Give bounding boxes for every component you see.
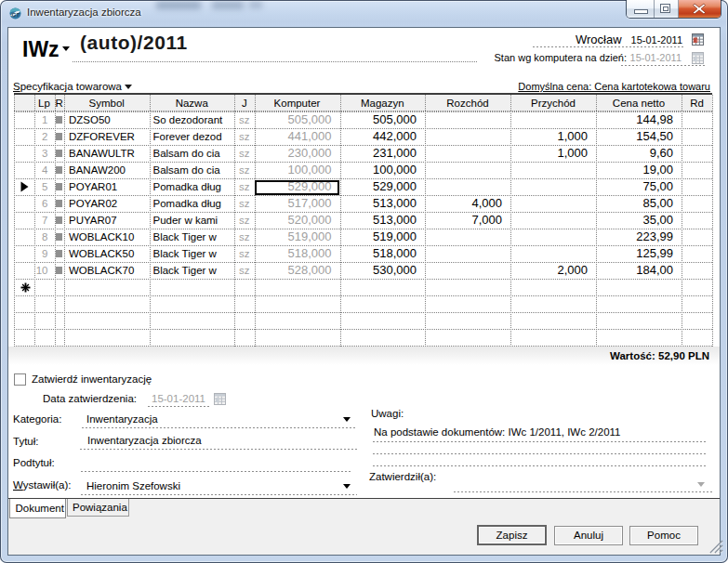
svg-text:GT: GT xyxy=(12,12,21,18)
